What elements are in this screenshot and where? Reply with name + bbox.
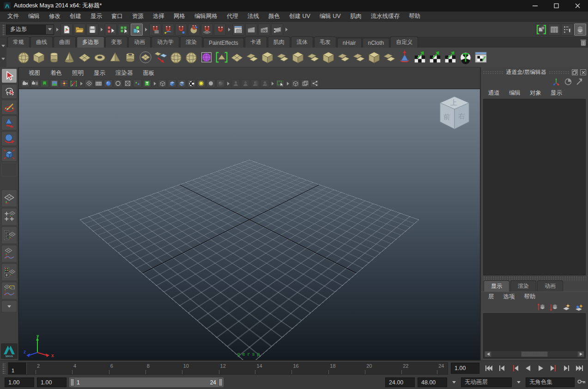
layout-persp-graph-button[interactable]: [1, 245, 17, 262]
hud-text-button[interactable]: [143, 79, 152, 87]
move-layer-up-button[interactable]: [537, 303, 546, 311]
wireframe-cube-button[interactable]: [158, 79, 167, 87]
paint-select-tool-button[interactable]: [1, 100, 17, 115]
menu-set-dropdown[interactable]: 多边形: [6, 24, 54, 35]
menu-item-muscle[interactable]: 肌肉: [346, 12, 366, 20]
shelf-tab-deform[interactable]: 变形: [105, 36, 127, 48]
toolbar-collapser[interactable]: [152, 79, 157, 87]
cb-menu-show[interactable]: 显示: [546, 89, 567, 97]
manipulator-icon[interactable]: [552, 78, 560, 85]
select-hierarchy-button[interactable]: [105, 24, 117, 36]
shelf-tab-fluids[interactable]: 流体: [291, 36, 313, 48]
toolbar-collapser[interactable]: [144, 24, 148, 36]
extrude-button[interactable]: [244, 49, 260, 66]
shaded-cube-button[interactable]: [168, 79, 176, 87]
shelf-tab-ncloth[interactable]: nCloth: [363, 38, 390, 48]
toolbar-collapser[interactable]: [227, 24, 231, 36]
tool-settings-toggle[interactable]: [561, 24, 573, 36]
shelf-tab-painteffects[interactable]: PaintEffects: [203, 38, 244, 48]
layout-hypershade-persp-button[interactable]: [1, 263, 17, 281]
shelf-item-menu-icon[interactable]: [1, 58, 5, 60]
play-backwards-button[interactable]: [522, 363, 533, 374]
booleans-button[interactable]: [214, 49, 229, 66]
shelf-tab-toon[interactable]: 卡通: [245, 36, 267, 48]
append-polygon-button[interactable]: [275, 49, 290, 66]
menu-item-edit-uvs[interactable]: 编辑 UV: [315, 12, 346, 20]
character-set-dropdown-arrow[interactable]: [515, 381, 523, 383]
move-layer-down-button[interactable]: [549, 303, 558, 311]
poly-plane-button[interactable]: [77, 49, 92, 66]
rotate-tool-button[interactable]: [1, 131, 17, 146]
multi-pane-button[interactable]: [301, 79, 309, 87]
select-tool-button[interactable]: [1, 68, 17, 83]
maximize-button[interactable]: [546, 0, 567, 12]
step-forward-key-button[interactable]: [548, 363, 559, 374]
multi-cut-button[interactable]: [336, 49, 351, 66]
menu-item-color[interactable]: 颜色: [264, 12, 285, 20]
ipr-render-button[interactable]: [258, 24, 270, 36]
view-cube-front-label[interactable]: 前: [443, 113, 450, 121]
planar-mapping-button[interactable]: [412, 49, 427, 66]
shelf-tab-surfaces[interactable]: 曲面: [54, 36, 76, 48]
hyperbolic-arrow-icon[interactable]: [576, 78, 583, 85]
animation-end-field[interactable]: 48.00: [418, 377, 447, 387]
cb-menu-channels[interactable]: 通道: [484, 89, 504, 97]
combine-button[interactable]: [168, 49, 183, 66]
panel-drag-handle[interactable]: [483, 71, 503, 74]
bevel-button[interactable]: [290, 49, 305, 66]
new-scene-button[interactable]: [61, 24, 73, 36]
scrollbar-thumb[interactable]: [521, 351, 548, 357]
anim-layer-dropdown-arrow[interactable]: [450, 381, 458, 383]
step-back-key-button[interactable]: [509, 363, 521, 374]
shelf-tab-dynamics[interactable]: 动力学: [152, 36, 179, 48]
panel-menu-renderer[interactable]: 渲染器: [110, 69, 138, 77]
shelf-tab-fur[interactable]: 毛发: [314, 36, 336, 48]
toolbar-collapser[interactable]: [99, 24, 104, 36]
polygon-type-button[interactable]: [458, 49, 473, 66]
default-material-button[interactable]: [114, 79, 122, 87]
menu-item-pipeline-cache[interactable]: 流水线缓存: [366, 12, 405, 20]
menu-item-modify[interactable]: 修改: [44, 12, 65, 20]
play-forwards-button[interactable]: [535, 363, 546, 374]
le-menu-layers[interactable]: 层: [484, 293, 499, 301]
snap-to-point-button[interactable]: [175, 24, 187, 36]
menu-item-mesh[interactable]: 网格: [169, 12, 190, 20]
panel-menu-lighting[interactable]: 照明: [67, 69, 89, 77]
use-all-lights-button[interactable]: [197, 79, 206, 87]
channel-box-list[interactable]: [483, 99, 586, 275]
shelf-tab-animation[interactable]: 动画: [128, 36, 151, 48]
shelf-tab-menu-icon[interactable]: [1, 45, 5, 47]
open-scene-button[interactable]: [73, 24, 85, 36]
xray-head-button-3[interactable]: [251, 79, 260, 87]
snap-to-view-plane-button[interactable]: [201, 24, 213, 36]
menu-item-window[interactable]: 窗口: [107, 12, 127, 20]
render-settings-button[interactable]: [271, 24, 283, 36]
layer-tab-display[interactable]: 显示: [484, 280, 509, 292]
separate-button[interactable]: [183, 49, 199, 66]
channel-box-toggle[interactable]: [574, 24, 586, 36]
toolbar-collapser[interactable]: [270, 79, 275, 87]
status-line-grip[interactable]: [2, 24, 5, 35]
layer-list[interactable]: [483, 313, 586, 359]
camera-attributes-button[interactable]: [30, 79, 39, 87]
vertices-display-button[interactable]: [133, 79, 142, 87]
poly-prism-button[interactable]: [107, 49, 122, 66]
new-layer-from-selected-button[interactable]: [574, 303, 583, 311]
menu-item-assets[interactable]: 资源: [127, 12, 148, 20]
range-slider[interactable]: 1 24: [69, 377, 224, 387]
animation-start-field[interactable]: 1.00: [5, 377, 34, 387]
scrollbar-track[interactable]: [491, 351, 577, 357]
wireframe-display-button[interactable]: [85, 79, 93, 87]
make-live-button[interactable]: [214, 24, 226, 36]
view-cube-right-label[interactable]: 右: [458, 112, 465, 120]
scale-tool-button[interactable]: [1, 147, 17, 162]
shelf-tab-rendering[interactable]: 渲染: [180, 36, 202, 48]
checker-display-button[interactable]: [187, 79, 196, 87]
film-gate-button[interactable]: [94, 79, 103, 87]
shelf-tab-general[interactable]: 常规: [7, 36, 30, 48]
select-component-button[interactable]: [131, 24, 143, 36]
menu-item-edit-mesh[interactable]: 编辑网格: [190, 12, 222, 20]
poly-torus-button[interactable]: [92, 49, 107, 66]
poly-sphere-button[interactable]: [16, 49, 31, 66]
snap-to-curve-button[interactable]: [162, 24, 174, 36]
